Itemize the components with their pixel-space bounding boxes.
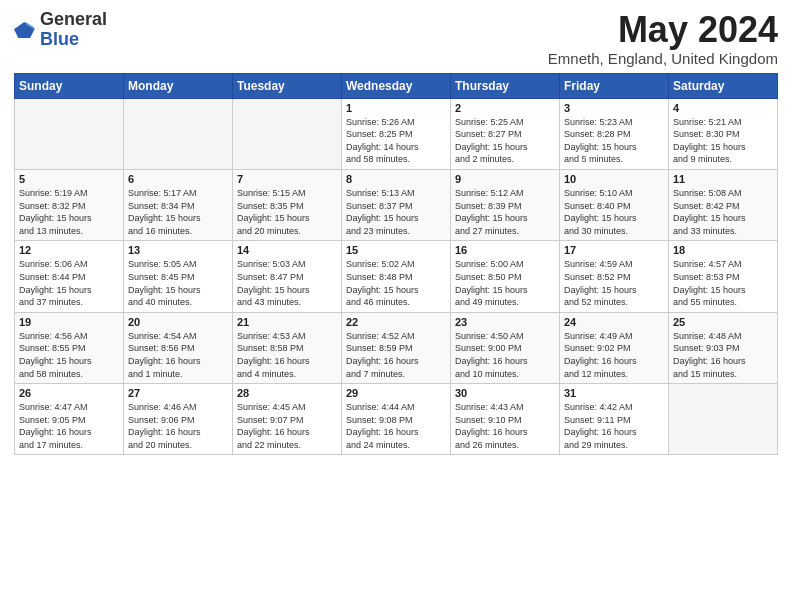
- logo-general: General: [40, 9, 107, 29]
- calendar-cell: 25Sunrise: 4:48 AMSunset: 9:03 PMDayligh…: [669, 312, 778, 383]
- day-detail: Sunrise: 5:13 AMSunset: 8:37 PMDaylight:…: [346, 187, 446, 237]
- day-detail: Sunrise: 4:47 AMSunset: 9:05 PMDaylight:…: [19, 401, 119, 451]
- calendar-cell: 11Sunrise: 5:08 AMSunset: 8:42 PMDayligh…: [669, 169, 778, 240]
- calendar-cell: 14Sunrise: 5:03 AMSunset: 8:47 PMDayligh…: [233, 241, 342, 312]
- page: General Blue May 2024 Emneth, England, U…: [0, 0, 792, 612]
- day-detail: Sunrise: 4:48 AMSunset: 9:03 PMDaylight:…: [673, 330, 773, 380]
- calendar-cell: 7Sunrise: 5:15 AMSunset: 8:35 PMDaylight…: [233, 169, 342, 240]
- logo-blue: Blue: [40, 29, 79, 49]
- header: General Blue May 2024 Emneth, England, U…: [14, 10, 778, 67]
- day-number: 3: [564, 102, 664, 114]
- calendar-cell: 30Sunrise: 4:43 AMSunset: 9:10 PMDayligh…: [451, 384, 560, 455]
- day-number: 18: [673, 244, 773, 256]
- calendar-week-2: 12Sunrise: 5:06 AMSunset: 8:44 PMDayligh…: [15, 241, 778, 312]
- calendar-cell: 27Sunrise: 4:46 AMSunset: 9:06 PMDayligh…: [124, 384, 233, 455]
- calendar-cell: 26Sunrise: 4:47 AMSunset: 9:05 PMDayligh…: [15, 384, 124, 455]
- calendar-header-friday: Friday: [560, 73, 669, 98]
- day-detail: Sunrise: 4:43 AMSunset: 9:10 PMDaylight:…: [455, 401, 555, 451]
- day-detail: Sunrise: 5:12 AMSunset: 8:39 PMDaylight:…: [455, 187, 555, 237]
- calendar-cell: 31Sunrise: 4:42 AMSunset: 9:11 PMDayligh…: [560, 384, 669, 455]
- calendar-week-1: 5Sunrise: 5:19 AMSunset: 8:32 PMDaylight…: [15, 169, 778, 240]
- day-number: 10: [564, 173, 664, 185]
- day-number: 17: [564, 244, 664, 256]
- subtitle: Emneth, England, United Kingdom: [548, 50, 778, 67]
- month-title: May 2024: [548, 10, 778, 50]
- calendar-cell: 23Sunrise: 4:50 AMSunset: 9:00 PMDayligh…: [451, 312, 560, 383]
- calendar-cell: 4Sunrise: 5:21 AMSunset: 8:30 PMDaylight…: [669, 98, 778, 169]
- svg-marker-0: [14, 22, 35, 38]
- calendar-cell: 15Sunrise: 5:02 AMSunset: 8:48 PMDayligh…: [342, 241, 451, 312]
- day-detail: Sunrise: 5:15 AMSunset: 8:35 PMDaylight:…: [237, 187, 337, 237]
- day-detail: Sunrise: 4:57 AMSunset: 8:53 PMDaylight:…: [673, 258, 773, 308]
- day-number: 15: [346, 244, 446, 256]
- calendar-cell: 24Sunrise: 4:49 AMSunset: 9:02 PMDayligh…: [560, 312, 669, 383]
- calendar-week-3: 19Sunrise: 4:56 AMSunset: 8:55 PMDayligh…: [15, 312, 778, 383]
- day-number: 7: [237, 173, 337, 185]
- calendar-header-row: SundayMondayTuesdayWednesdayThursdayFrid…: [15, 73, 778, 98]
- calendar-cell: 21Sunrise: 4:53 AMSunset: 8:58 PMDayligh…: [233, 312, 342, 383]
- day-number: 9: [455, 173, 555, 185]
- day-number: 28: [237, 387, 337, 399]
- day-number: 22: [346, 316, 446, 328]
- calendar: SundayMondayTuesdayWednesdayThursdayFrid…: [14, 73, 778, 456]
- calendar-cell: 10Sunrise: 5:10 AMSunset: 8:40 PMDayligh…: [560, 169, 669, 240]
- day-detail: Sunrise: 5:06 AMSunset: 8:44 PMDaylight:…: [19, 258, 119, 308]
- calendar-cell: 18Sunrise: 4:57 AMSunset: 8:53 PMDayligh…: [669, 241, 778, 312]
- calendar-cell: 13Sunrise: 5:05 AMSunset: 8:45 PMDayligh…: [124, 241, 233, 312]
- logo-area: General Blue: [14, 10, 107, 50]
- calendar-cell: 29Sunrise: 4:44 AMSunset: 9:08 PMDayligh…: [342, 384, 451, 455]
- day-detail: Sunrise: 5:10 AMSunset: 8:40 PMDaylight:…: [564, 187, 664, 237]
- day-number: 31: [564, 387, 664, 399]
- day-detail: Sunrise: 4:56 AMSunset: 8:55 PMDaylight:…: [19, 330, 119, 380]
- day-number: 13: [128, 244, 228, 256]
- day-detail: Sunrise: 4:42 AMSunset: 9:11 PMDaylight:…: [564, 401, 664, 451]
- title-area: May 2024 Emneth, England, United Kingdom: [548, 10, 778, 67]
- day-detail: Sunrise: 5:03 AMSunset: 8:47 PMDaylight:…: [237, 258, 337, 308]
- calendar-header-tuesday: Tuesday: [233, 73, 342, 98]
- day-number: 4: [673, 102, 773, 114]
- calendar-cell: 19Sunrise: 4:56 AMSunset: 8:55 PMDayligh…: [15, 312, 124, 383]
- calendar-cell: 28Sunrise: 4:45 AMSunset: 9:07 PMDayligh…: [233, 384, 342, 455]
- logo-icon: [14, 19, 36, 41]
- day-detail: Sunrise: 5:02 AMSunset: 8:48 PMDaylight:…: [346, 258, 446, 308]
- calendar-cell: 8Sunrise: 5:13 AMSunset: 8:37 PMDaylight…: [342, 169, 451, 240]
- day-detail: Sunrise: 4:53 AMSunset: 8:58 PMDaylight:…: [237, 330, 337, 380]
- calendar-header-sunday: Sunday: [15, 73, 124, 98]
- calendar-cell: [233, 98, 342, 169]
- day-number: 6: [128, 173, 228, 185]
- day-detail: Sunrise: 5:08 AMSunset: 8:42 PMDaylight:…: [673, 187, 773, 237]
- day-detail: Sunrise: 5:00 AMSunset: 8:50 PMDaylight:…: [455, 258, 555, 308]
- day-detail: Sunrise: 5:25 AMSunset: 8:27 PMDaylight:…: [455, 116, 555, 166]
- day-detail: Sunrise: 4:46 AMSunset: 9:06 PMDaylight:…: [128, 401, 228, 451]
- day-number: 20: [128, 316, 228, 328]
- calendar-cell: 20Sunrise: 4:54 AMSunset: 8:56 PMDayligh…: [124, 312, 233, 383]
- day-number: 8: [346, 173, 446, 185]
- calendar-cell: [15, 98, 124, 169]
- day-number: 14: [237, 244, 337, 256]
- calendar-week-4: 26Sunrise: 4:47 AMSunset: 9:05 PMDayligh…: [15, 384, 778, 455]
- day-detail: Sunrise: 5:23 AMSunset: 8:28 PMDaylight:…: [564, 116, 664, 166]
- day-number: 29: [346, 387, 446, 399]
- day-detail: Sunrise: 4:59 AMSunset: 8:52 PMDaylight:…: [564, 258, 664, 308]
- day-number: 26: [19, 387, 119, 399]
- calendar-header-wednesday: Wednesday: [342, 73, 451, 98]
- day-detail: Sunrise: 5:26 AMSunset: 8:25 PMDaylight:…: [346, 116, 446, 166]
- day-number: 23: [455, 316, 555, 328]
- calendar-header-thursday: Thursday: [451, 73, 560, 98]
- calendar-cell: 17Sunrise: 4:59 AMSunset: 8:52 PMDayligh…: [560, 241, 669, 312]
- calendar-week-0: 1Sunrise: 5:26 AMSunset: 8:25 PMDaylight…: [15, 98, 778, 169]
- calendar-cell: [669, 384, 778, 455]
- day-detail: Sunrise: 5:21 AMSunset: 8:30 PMDaylight:…: [673, 116, 773, 166]
- day-detail: Sunrise: 4:45 AMSunset: 9:07 PMDaylight:…: [237, 401, 337, 451]
- day-detail: Sunrise: 4:52 AMSunset: 8:59 PMDaylight:…: [346, 330, 446, 380]
- calendar-header-saturday: Saturday: [669, 73, 778, 98]
- day-detail: Sunrise: 5:05 AMSunset: 8:45 PMDaylight:…: [128, 258, 228, 308]
- day-number: 25: [673, 316, 773, 328]
- calendar-cell: 2Sunrise: 5:25 AMSunset: 8:27 PMDaylight…: [451, 98, 560, 169]
- calendar-cell: 5Sunrise: 5:19 AMSunset: 8:32 PMDaylight…: [15, 169, 124, 240]
- day-detail: Sunrise: 5:19 AMSunset: 8:32 PMDaylight:…: [19, 187, 119, 237]
- calendar-cell: 3Sunrise: 5:23 AMSunset: 8:28 PMDaylight…: [560, 98, 669, 169]
- day-number: 5: [19, 173, 119, 185]
- calendar-cell: 6Sunrise: 5:17 AMSunset: 8:34 PMDaylight…: [124, 169, 233, 240]
- day-number: 21: [237, 316, 337, 328]
